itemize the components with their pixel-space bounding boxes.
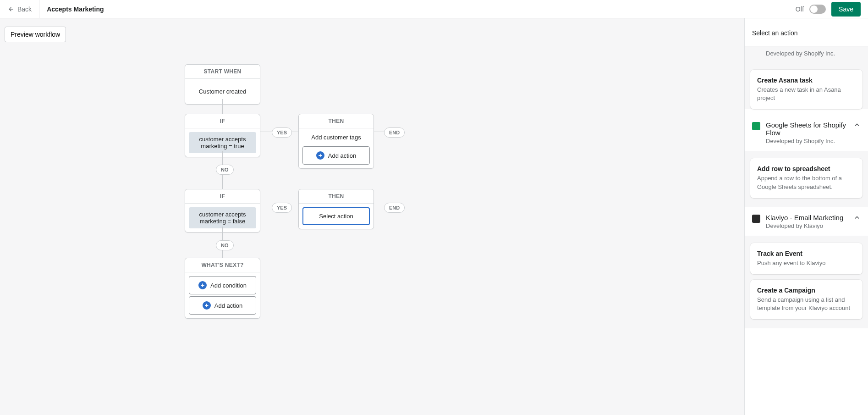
klaviyo-icon: [752, 215, 760, 223]
canvas[interactable]: Preview workflow START WHEN Customer cre…: [0, 18, 744, 415]
page-title: Accepts Marketing: [47, 6, 104, 13]
if1-condition[interactable]: customer accepts marketing = true: [189, 132, 256, 153]
divider: [39, 0, 39, 18]
save-button[interactable]: Save: [831, 2, 861, 17]
if1-header: IF: [185, 114, 260, 128]
then-node-2[interactable]: THEN Select action: [298, 189, 374, 229]
end-label-2: END: [384, 203, 405, 213]
preview-workflow-button[interactable]: Preview workflow: [5, 27, 66, 42]
then1-action[interactable]: Add customer tags: [301, 130, 372, 144]
klaviyo-group-body: Track an Event Push any event to Klaviyo…: [745, 236, 868, 329]
then2-header: THEN: [299, 189, 374, 204]
select-action-button[interactable]: Select action: [302, 207, 370, 225]
sheets-group-body: Add row to spreadsheet Append a row to t…: [745, 151, 868, 207]
klaviyo-title: Klaviyo - Email Marketing: [766, 214, 848, 221]
chevron-up-icon: [853, 121, 861, 128]
then1-header: THEN: [299, 114, 374, 128]
toggle-knob: [810, 6, 818, 13]
action-create-asana-task[interactable]: Create Asana task Creates a new task in …: [750, 70, 863, 109]
then1-body: Add customer tags + Add action: [299, 128, 374, 168]
add-condition-button[interactable]: + Add condition: [189, 276, 256, 294]
add-action-label-2: Add action: [214, 302, 242, 309]
asana-title: Create Asana task: [757, 77, 856, 84]
if-node-1[interactable]: IF customer accepts marketing = true: [185, 114, 260, 157]
add-condition-label: Add condition: [210, 282, 247, 289]
sidebar-content[interactable]: Developed by Shopify Inc. Create Asana t…: [745, 46, 868, 415]
arrow-left-icon: [7, 6, 14, 12]
klaviyo-dev: Developed by Klaviyo: [766, 222, 848, 229]
topbar: Back Accepts Marketing Off Save: [0, 0, 868, 18]
then2-body: Select action: [299, 204, 374, 229]
action-create-campaign[interactable]: Create a Campaign Send a campaign using …: [750, 280, 863, 319]
sheets-dev: Developed by Shopify Inc.: [766, 138, 848, 144]
if-node-2[interactable]: IF customer accepts marketing = false: [185, 189, 260, 232]
add-action-label: Add action: [328, 152, 356, 159]
campaign-title: Create a Campaign: [757, 287, 856, 294]
back-label: Back: [17, 6, 32, 13]
connector: [222, 99, 223, 114]
google-sheets-icon: [752, 122, 760, 130]
wn-body: + Add condition + Add action: [185, 272, 260, 318]
then-node-1[interactable]: THEN Add customer tags + Add action: [298, 114, 374, 169]
track-title: Track an Event: [757, 250, 856, 257]
asana-desc: Creates a new task in an Asana project: [757, 86, 856, 102]
chevron-up-icon: [853, 214, 861, 221]
addrow-desc: Append a row to the bottom of a Google S…: [757, 174, 856, 191]
no-label-1: NO: [216, 165, 234, 175]
addrow-title: Add row to spreadsheet: [757, 165, 856, 172]
sidebar-title: Select an action: [745, 18, 868, 46]
group-text: Klaviyo - Email Marketing Developed by K…: [766, 214, 848, 229]
add-action-button-2[interactable]: + Add action: [189, 296, 256, 315]
dev-by-shopify: Developed by Shopify Inc.: [745, 46, 868, 64]
toggle-switch[interactable]: [809, 5, 826, 14]
topbar-left: Back Accepts Marketing: [7, 0, 104, 18]
add-action-button-1[interactable]: + Add action: [302, 146, 370, 165]
start-header: START WHEN: [185, 65, 260, 79]
status-label: Off: [796, 6, 804, 13]
yes-label-1: YES: [272, 127, 292, 138]
topbar-right: Off Save: [796, 2, 861, 17]
if2-header: IF: [185, 189, 260, 204]
main: Preview workflow START WHEN Customer cre…: [0, 18, 868, 415]
no-label-2: NO: [216, 240, 234, 250]
if2-condition[interactable]: customer accepts marketing = false: [189, 207, 256, 228]
group-klaviyo[interactable]: Klaviyo - Email Marketing Developed by K…: [745, 207, 868, 236]
sidebar: Select an action Developed by Shopify In…: [744, 18, 868, 415]
start-trigger: Customer created: [189, 84, 256, 99]
group-text: Google Sheets for Shopify Flow Developed…: [766, 121, 848, 144]
yes-label-2: YES: [272, 203, 292, 213]
end-label-1: END: [384, 127, 405, 138]
action-track-event[interactable]: Track an Event Push any event to Klaviyo: [750, 243, 863, 274]
plus-icon: +: [198, 281, 207, 289]
wn-header: WHAT'S NEXT?: [185, 258, 260, 272]
action-add-row[interactable]: Add row to spreadsheet Append a row to t…: [750, 158, 863, 198]
back-button[interactable]: Back: [7, 6, 32, 13]
track-desc: Push any event to Klaviyo: [757, 259, 856, 267]
campaign-desc: Send a campaign using a list and templat…: [757, 296, 856, 312]
sheets-title: Google Sheets for Shopify Flow: [766, 121, 848, 137]
start-node[interactable]: START WHEN Customer created: [185, 64, 260, 105]
whats-next-node[interactable]: WHAT'S NEXT? + Add condition + Add actio…: [185, 258, 260, 319]
plus-icon: +: [316, 151, 324, 160]
group-google-sheets[interactable]: Google Sheets for Shopify Flow Developed…: [745, 115, 868, 151]
plus-icon: +: [203, 301, 211, 310]
